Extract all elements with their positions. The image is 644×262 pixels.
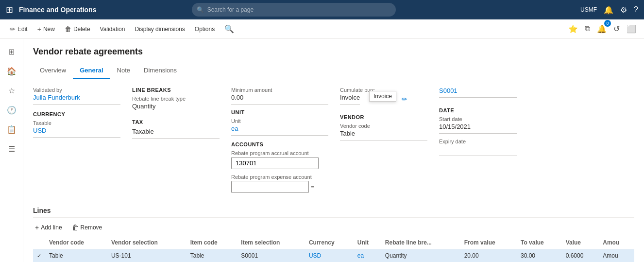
- minimum-amount-label: Minimum amount: [231, 87, 328, 93]
- validated-by-label: Validated by: [33, 87, 120, 93]
- remove-icon: 🗑: [72, 224, 79, 231]
- rebate-accrual-field: Rebate program accrual account: [231, 150, 328, 169]
- line-breaks-section: LINE BREAKS Rebate line break type Quant…: [132, 87, 220, 113]
- rebate-expense-label: Rebate program expense account: [231, 174, 328, 180]
- vendor-code-label: Vendor code: [340, 123, 427, 129]
- modules-icon[interactable]: ☰: [3, 140, 20, 157]
- recent-icon[interactable]: 🕐: [3, 101, 20, 119]
- favorites-icon[interactable]: ⭐: [566, 22, 580, 35]
- rebate-expense-input[interactable]: [231, 181, 309, 193]
- expiry-date-value: [439, 145, 517, 156]
- tab-note[interactable]: Note: [110, 63, 137, 79]
- rebate-accrual-input[interactable]: [231, 157, 319, 169]
- cumulate-field: Cumulate purc Invoice Invoice ✏: [340, 87, 427, 105]
- edit-cumulate-icon[interactable]: ✏: [402, 95, 407, 103]
- table-row[interactable]: ✓ Table US-101 Table S0001 USD ea Quanti…: [33, 249, 634, 262]
- equals-icon: =: [311, 183, 315, 191]
- tab-general[interactable]: General: [73, 63, 110, 79]
- row1-vendor-code: Table: [45, 249, 107, 262]
- row1-from-value: 20.00: [460, 249, 517, 262]
- add-line-button[interactable]: + Add line: [33, 223, 64, 232]
- col-to-value: To value: [517, 236, 562, 249]
- table-body: ✓ Table US-101 Table S0001 USD ea Quanti…: [33, 249, 634, 262]
- notification-icon[interactable]: 🔔: [604, 5, 613, 15]
- expand-icon[interactable]: ⬜: [625, 22, 638, 35]
- edit-icon: ✏: [10, 25, 16, 33]
- tab-dimensions[interactable]: Dimensions: [137, 63, 184, 79]
- unit-section: UNIT Unit ea: [231, 109, 328, 136]
- search-input[interactable]: [192, 3, 396, 17]
- filter-icon[interactable]: ⊞: [3, 43, 20, 60]
- s-value[interactable]: S0001: [439, 87, 517, 98]
- unit-label: Unit: [231, 118, 328, 124]
- col-vendor-code: Vendor code: [45, 236, 107, 249]
- col-vendor: Cumulate purc Invoice Invoice ✏ VENDOR V…: [340, 87, 427, 199]
- home-icon[interactable]: 🏠: [3, 62, 20, 80]
- cumulate-value: Invoice: [340, 94, 360, 105]
- taxable-value: Taxable: [132, 128, 220, 139]
- grid-menu-icon[interactable]: ⊞: [6, 4, 13, 15]
- counter-icon[interactable]: 🔔 0: [595, 22, 609, 35]
- expiry-date-field: Expiry date: [439, 139, 517, 156]
- start-date-value: 10/15/2021: [439, 123, 517, 134]
- currency-field: Taxable USD: [33, 120, 120, 138]
- main-content: Vendor rebate agreements Overview Genera…: [23, 39, 644, 262]
- tax-section: TAX Taxable: [132, 119, 220, 139]
- unit-value[interactable]: ea: [231, 125, 328, 136]
- delete-button[interactable]: 🗑 Delete: [61, 23, 94, 35]
- row1-unit[interactable]: ea: [354, 249, 381, 262]
- rebate-line-break-field: Rebate line break type Quantity: [132, 96, 220, 113]
- currency-title: CURRENCY: [33, 111, 120, 117]
- validated-by-value[interactable]: Julia Funderburk: [33, 94, 120, 105]
- row1-to-value: 30.00: [517, 249, 562, 262]
- refresh-icon[interactable]: ↺: [611, 22, 622, 35]
- user-label: USMF: [580, 6, 597, 13]
- unit-title: UNIT: [231, 109, 328, 115]
- row1-amount: Amou: [599, 249, 634, 262]
- copy-icon[interactable]: ⧉: [583, 22, 592, 35]
- help-icon[interactable]: ?: [634, 5, 638, 14]
- options-button[interactable]: Options: [191, 24, 219, 35]
- rebate-accrual-label: Rebate program accrual account: [231, 150, 328, 156]
- col-validated: Validated by Julia Funderburk CURRENCY T…: [33, 87, 120, 199]
- settings-icon[interactable]: ⚙: [620, 5, 627, 15]
- validation-button[interactable]: Validation: [96, 24, 129, 35]
- col-value: Value: [562, 236, 599, 249]
- rebate-line-break-value: Quantity: [132, 103, 220, 113]
- page-layout: ⊞ 🏠 ☆ 🕐 📋 ☰ Vendor rebate agreements Ove…: [0, 39, 644, 262]
- saved-icon[interactable]: 📋: [3, 121, 20, 138]
- search-icon: 🔍: [197, 6, 204, 13]
- add-line-icon: +: [35, 224, 39, 231]
- rebate-expense-field: Rebate program expense account =: [231, 174, 328, 193]
- currency-value: USD: [33, 127, 120, 138]
- lines-title: Lines: [33, 207, 634, 218]
- new-button[interactable]: + New: [34, 23, 59, 35]
- lines-section: Lines + Add line 🗑 Remove Vendor code: [33, 207, 634, 262]
- lines-toolbar: + Add line 🗑 Remove: [33, 223, 634, 232]
- toolbar-search-icon[interactable]: 🔍: [224, 24, 234, 34]
- col-vendor-selection: Vendor selection: [107, 236, 186, 249]
- vendor-code-field: Vendor code Table: [340, 123, 427, 140]
- display-dimensions-button[interactable]: Display dimensions: [131, 24, 188, 35]
- s-value-field: S0001: [439, 87, 517, 98]
- start-date-label: Start date: [439, 116, 517, 122]
- tab-overview[interactable]: Overview: [33, 63, 73, 79]
- col-line-breaks: LINE BREAKS Rebate line break type Quant…: [132, 87, 220, 199]
- remove-button[interactable]: 🗑 Remove: [70, 223, 104, 232]
- toolbar-right-icons: ⭐ ⧉ 🔔 0 ↺ ⬜: [566, 22, 638, 35]
- lines-table: Vendor code Vendor selection Item code I…: [33, 236, 634, 262]
- col-unit: Unit: [354, 236, 381, 249]
- accounts-section: ACCOUNTS Rebate program accrual account …: [231, 141, 328, 193]
- vendor-title: VENDOR: [340, 114, 427, 120]
- row1-currency[interactable]: USD: [305, 249, 354, 262]
- col-item-code: Item code: [186, 236, 237, 249]
- page-title: Vendor rebate agreements: [33, 47, 634, 57]
- lines-table-container: Vendor code Vendor selection Item code I…: [33, 236, 634, 262]
- col-dates: S0001 DATE Start date 10/15/2021 Expiry …: [439, 87, 517, 199]
- star-icon[interactable]: ☆: [3, 82, 20, 99]
- currency-label: Taxable: [33, 120, 120, 126]
- col-accounts: Minimum amount 0.00 UNIT Unit ea ACCOUNT…: [231, 87, 328, 199]
- edit-button[interactable]: ✏ Edit: [6, 23, 32, 35]
- date-title: DATE: [439, 107, 517, 113]
- col-check: [33, 236, 45, 249]
